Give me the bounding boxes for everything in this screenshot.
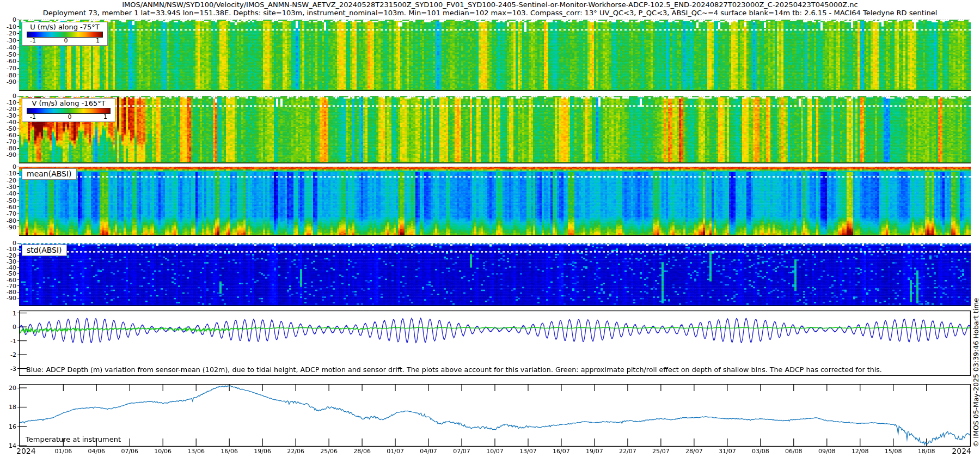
x-tick-label-date: 04/07 (416, 448, 440, 455)
y-tick-label-depth: -60 (0, 203, 16, 210)
y-tick-label-depthvar: -2 (0, 351, 16, 358)
figure-title-line2: Deployment 73, member 1 lat=33.94S lon=1… (14, 9, 966, 17)
x-tick-label-date: 31/07 (715, 448, 739, 455)
x-tick-label-date: 25/07 (649, 448, 673, 455)
y-tick-label-depthvar: -3 (0, 365, 16, 372)
x-tick-label-date: 25/06 (317, 448, 341, 455)
y-tick-label-depth: -90 (0, 223, 16, 230)
y-tick-label-depth: -70 (0, 65, 16, 72)
x-tick-label-date: 10/06 (151, 448, 175, 455)
y-tick-mark (17, 96, 19, 96)
y-tick-mark (17, 273, 19, 274)
y-tick-mark (17, 388, 19, 388)
y-tick-label-depth: -80 (0, 217, 16, 224)
y-tick-label-temp: 14 (0, 442, 16, 449)
y-tick-label-depth: -30 (0, 37, 16, 44)
y-tick-label-depth: -90 (0, 78, 16, 86)
y-tick-mark (17, 446, 19, 446)
x-tick-label-date: 28/07 (682, 448, 706, 455)
x-tick-label-date: 07/06 (118, 448, 142, 455)
y-tick-label-depth: -70 (0, 210, 16, 217)
y-tick-label-depth: -20 (0, 176, 16, 184)
x-tick-label-date: 12/08 (848, 448, 872, 455)
temperature-plot (19, 384, 971, 447)
y-tick-mark (17, 102, 19, 103)
y-tick-label-depth: -60 (0, 58, 16, 65)
x-tick-label-date: 09/08 (815, 448, 839, 455)
y-tick-mark (17, 298, 19, 298)
label-absi-std: std(ABSI) (22, 245, 67, 256)
y-tick-label-temp: 20 (0, 385, 16, 392)
y-tick-label-depth: -50 (0, 51, 16, 58)
colorbar-tick-label: 1 (96, 38, 100, 44)
colorbar-tick-label: 0 (68, 114, 71, 120)
y-tick-label-depth: -20 (0, 106, 16, 113)
y-tick-label-depthvar: 0 (0, 324, 16, 331)
x-tick-label-date: 13/07 (516, 448, 540, 455)
y-tick-label-depth: -60 (0, 132, 16, 139)
y-tick-mark (17, 340, 19, 341)
colorbar-tick-label: 1 (103, 114, 107, 120)
y-tick-mark (17, 20, 19, 20)
y-tick-mark (17, 142, 19, 142)
y-tick-label-depth: -10 (0, 170, 16, 177)
y-tick-mark (17, 206, 19, 207)
y-tick-label-temp: 16 (0, 423, 16, 430)
y-tick-mark (17, 313, 19, 313)
legend-u-title: U (m/s) along -75°T (22, 22, 107, 31)
x-tick-label-date: 01/07 (383, 448, 407, 455)
x-tick-label-date: 18/08 (915, 448, 939, 455)
y-tick-label-depth: -30 (0, 183, 16, 190)
y-tick-label-depth: -20 (0, 30, 16, 37)
y-tick-mark (17, 426, 19, 427)
y-tick-mark (17, 267, 19, 268)
y-tick-mark (17, 327, 19, 327)
y-tick-label-depth: -40 (0, 119, 16, 126)
y-tick-label-depth: -90 (0, 295, 16, 302)
y-tick-mark (17, 167, 19, 167)
y-tick-mark (17, 355, 19, 355)
y-tick-mark (17, 200, 19, 200)
legend-v-title: V (m/s) along -165°T (22, 99, 115, 107)
y-tick-mark (17, 33, 19, 34)
y-tick-label-depth: -10 (0, 23, 16, 30)
y-tick-label-depth: -90 (0, 151, 16, 159)
y-tick-mark (17, 122, 19, 123)
y-tick-mark (17, 220, 19, 221)
y-tick-mark (17, 243, 19, 243)
y-tick-mark (17, 193, 19, 194)
y-tick-mark (17, 180, 19, 180)
y-tick-mark (17, 61, 19, 62)
x-tick-label-date: 13/06 (184, 448, 208, 455)
depth-variation-note: Blue: ADCP Depth (m) variation from sens… (26, 365, 882, 374)
colorbar-v-ticks: -101 (22, 114, 115, 120)
y-tick-mark (17, 75, 19, 75)
y-tick-mark (17, 68, 19, 69)
y-tick-mark (17, 255, 19, 255)
y-tick-mark (17, 115, 19, 116)
y-tick-mark (17, 54, 19, 54)
y-tick-mark (17, 368, 19, 369)
x-tick-label-date: 19/07 (583, 448, 607, 455)
colorbar-tick-label: -1 (30, 114, 36, 120)
y-tick-mark (17, 249, 19, 249)
y-tick-mark (17, 186, 19, 187)
y-tick-label-temp: 18 (0, 404, 16, 411)
x-tick-label-date: 19/06 (250, 448, 274, 455)
x-year-label-left: 2024 (16, 447, 36, 455)
y-tick-mark (17, 279, 19, 280)
y-tick-mark (17, 214, 19, 214)
y-tick-mark (17, 227, 19, 227)
legend-v-velocity: V (m/s) along -165°T -101 (22, 98, 115, 122)
y-tick-mark (17, 173, 19, 174)
heatmap-v-velocity (19, 96, 971, 163)
x-tick-label-date: 22/07 (616, 448, 640, 455)
x-tick-label-date: 22/06 (284, 448, 308, 455)
temperature-label: Temperature at instrument (26, 435, 121, 443)
y-tick-label-depth: 0 (0, 163, 16, 170)
y-tick-mark (17, 82, 19, 82)
x-tick-label-date: 04/06 (84, 448, 108, 455)
y-tick-mark (17, 26, 19, 27)
y-tick-mark (17, 155, 19, 155)
y-tick-mark (17, 292, 19, 293)
